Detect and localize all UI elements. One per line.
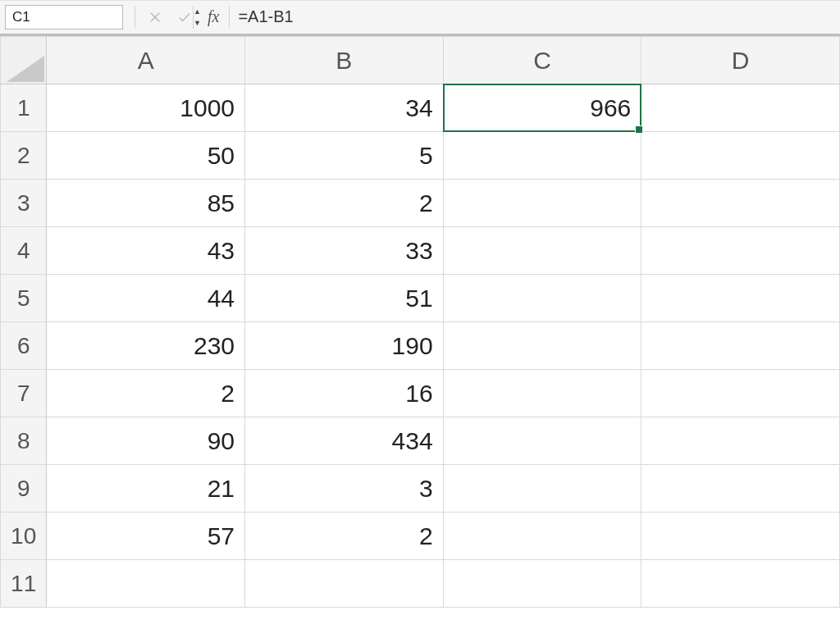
row-header-6[interactable]: 6 — [1, 322, 47, 370]
insert-function-button[interactable]: fx — [208, 7, 219, 26]
cell-C2[interactable] — [443, 132, 641, 180]
column-header-A[interactable]: A — [47, 37, 245, 84]
cell-A9[interactable]: 21 — [47, 465, 245, 513]
cell-B2[interactable]: 5 — [245, 132, 444, 180]
cell-D5[interactable] — [641, 275, 840, 322]
cell-C10[interactable] — [443, 513, 641, 560]
cell-A11[interactable] — [47, 560, 245, 608]
select-all-button[interactable] — [1, 37, 47, 84]
formula-bar: ▲ ▼ fx — [0, 0, 840, 34]
enter-formula-button[interactable] — [173, 6, 196, 29]
cell-A7[interactable]: 2 — [47, 370, 245, 417]
cell-C4[interactable] — [443, 227, 641, 275]
cell-C8[interactable] — [443, 417, 641, 465]
cell-A10[interactable]: 57 — [47, 513, 245, 560]
cell-A5[interactable]: 44 — [47, 275, 245, 322]
cell-A3[interactable]: 85 — [47, 180, 245, 227]
cell-C11[interactable] — [443, 560, 641, 608]
cell-B4[interactable]: 33 — [245, 227, 444, 275]
row-header-10[interactable]: 10 — [1, 513, 47, 560]
cell-D1[interactable] — [641, 84, 840, 132]
cell-B7[interactable]: 16 — [245, 370, 444, 417]
separator — [135, 7, 135, 28]
cell-D10[interactable] — [641, 513, 840, 560]
cell-B3[interactable]: 2 — [245, 180, 444, 227]
cell-A8[interactable]: 90 — [47, 417, 245, 465]
cell-A1[interactable]: 1000 — [47, 84, 245, 132]
cell-C9[interactable] — [443, 465, 641, 513]
cell-C1[interactable]: 966 — [443, 84, 641, 132]
grid-table: A B C D 1 1000 34 966 2 50 5 3 — [0, 36, 840, 608]
x-icon — [148, 10, 162, 25]
cell-C5[interactable] — [443, 275, 641, 322]
cell-B9[interactable]: 3 — [245, 465, 444, 513]
cell-B1[interactable]: 34 — [245, 84, 444, 132]
cell-D4[interactable] — [641, 227, 840, 275]
row-header-2[interactable]: 2 — [1, 132, 47, 180]
row-header-9[interactable]: 9 — [1, 465, 47, 513]
row-header-8[interactable]: 8 — [1, 417, 47, 465]
name-box-container: ▲ ▼ — [5, 5, 123, 30]
cell-D8[interactable] — [641, 417, 840, 465]
separator — [229, 7, 230, 28]
cancel-formula-button[interactable] — [144, 6, 167, 29]
row-header-7[interactable]: 7 — [1, 370, 47, 417]
cell-A6[interactable]: 230 — [47, 322, 245, 370]
cell-B8[interactable]: 434 — [245, 417, 444, 465]
cell-D2[interactable] — [641, 132, 840, 180]
cell-B5[interactable]: 51 — [245, 275, 444, 322]
cell-B6[interactable]: 190 — [245, 322, 444, 370]
cell-C7[interactable] — [443, 370, 641, 417]
cell-C3[interactable] — [443, 180, 641, 227]
cell-D11[interactable] — [641, 560, 840, 608]
cell-A4[interactable]: 43 — [47, 227, 245, 275]
row-header-1[interactable]: 1 — [1, 84, 47, 132]
cell-D6[interactable] — [641, 322, 840, 370]
cell-C6[interactable] — [443, 322, 641, 370]
cell-B11[interactable] — [245, 560, 444, 608]
formula-input[interactable] — [235, 7, 840, 26]
cell-D3[interactable] — [641, 180, 840, 227]
cell-D7[interactable] — [641, 370, 840, 417]
cell-D9[interactable] — [641, 465, 840, 513]
column-header-D[interactable]: D — [641, 37, 840, 84]
row-header-5[interactable]: 5 — [1, 275, 47, 322]
column-header-C[interactable]: C — [443, 37, 641, 84]
spreadsheet-grid: A B C D 1 1000 34 966 2 50 5 3 — [0, 34, 840, 608]
cell-A2[interactable]: 50 — [47, 132, 245, 180]
row-header-3[interactable]: 3 — [1, 180, 47, 227]
check-icon — [177, 10, 192, 25]
row-header-4[interactable]: 4 — [1, 227, 47, 275]
column-header-B[interactable]: B — [245, 37, 444, 84]
row-header-11[interactable]: 11 — [1, 560, 47, 608]
cell-B10[interactable]: 2 — [245, 513, 444, 560]
